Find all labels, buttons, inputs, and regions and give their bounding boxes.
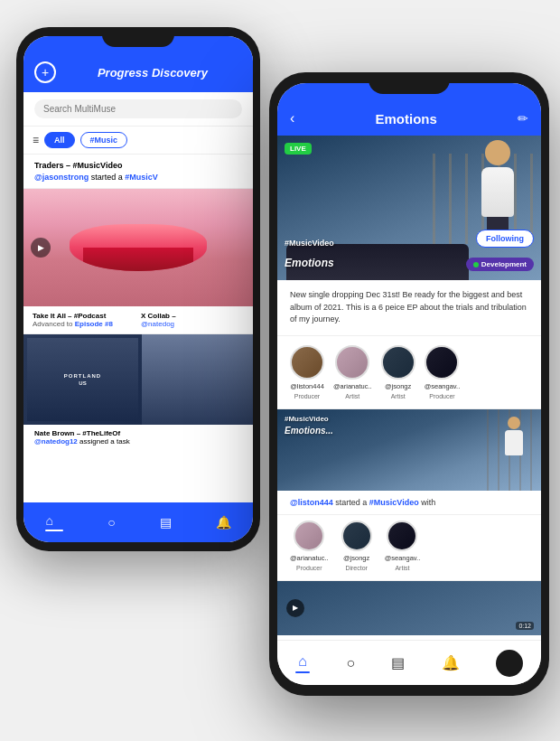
- episode-link[interactable]: Episode #8: [75, 320, 113, 328]
- collab-role-3: Artist: [391, 393, 406, 399]
- search-input[interactable]: [34, 99, 242, 118]
- preview-emotions: Emotions...: [285, 426, 333, 436]
- nav-bell[interactable]: 🔔: [216, 515, 231, 530]
- sc-avatar-2: [341, 521, 372, 551]
- collab-item-4: @seangav.. Producer: [425, 345, 461, 399]
- fnav-inbox[interactable]: ▤: [391, 654, 405, 671]
- caption-item: Nate Brown – #TheLifeOf @natedog12 assig…: [23, 425, 253, 450]
- front-notch: [369, 72, 450, 94]
- search-icon: ○: [346, 655, 355, 671]
- collab-item-2: @arianatuc.. Artist: [333, 345, 372, 399]
- person-figure: [481, 140, 514, 244]
- sc-item-2: @jsongz Director: [341, 521, 372, 571]
- pod2-user[interactable]: @natedog: [141, 320, 244, 328]
- edit-button[interactable]: ✏: [518, 111, 528, 126]
- caption-title: Nate Brown – #TheLifeOf: [34, 429, 120, 437]
- fnav-bell[interactable]: 🔔: [442, 654, 460, 671]
- play-button[interactable]: ▶: [31, 238, 51, 258]
- caption-action: assigned a task: [79, 437, 130, 446]
- hero-emotions-text: Emotions: [285, 257, 334, 269]
- pod2-title: X Collab –: [141, 312, 244, 320]
- started-collab-list: @arianatuc.. Producer @jsongz Director @…: [277, 515, 541, 581]
- hero-image-outdoor: PORTLAND US: [23, 334, 253, 425]
- person-head: [485, 140, 510, 165]
- person-body: [481, 167, 514, 217]
- hero-hashtag: #MusicVideo: [285, 239, 334, 248]
- activity-user[interactable]: @jasonstrong: [34, 173, 89, 182]
- pod1-title: Take It All – #Podcast: [33, 312, 135, 320]
- sc-role-1: Producer: [296, 565, 322, 571]
- live-badge: LIVE: [285, 143, 312, 155]
- bell-icon: 🔔: [442, 654, 460, 671]
- collab-item-1: @liston444 Producer: [290, 345, 324, 399]
- collab-role-2: Artist: [345, 393, 359, 399]
- activity-action-text: started a: [335, 498, 369, 507]
- sc-avatar-3: [387, 521, 417, 551]
- sc-role-2: Director: [345, 565, 368, 571]
- sc-name-3[interactable]: @seangav..: [385, 554, 421, 562]
- pod1-sub: Advanced to Episode #8: [33, 320, 135, 328]
- collab-role-4: Producer: [429, 393, 454, 399]
- add-button[interactable]: +: [34, 61, 56, 83]
- collab-name-1[interactable]: @liston444: [290, 382, 324, 390]
- back-screen: + Progress Discovery ≡ All #Music Trader…: [23, 36, 253, 542]
- sc-name-1[interactable]: @arianatuc..: [290, 554, 329, 562]
- plus-icon: +: [42, 65, 49, 80]
- home-icon: ⌂: [298, 653, 307, 670]
- sc-avatar-1: [294, 521, 324, 551]
- sc-item-1: @arianatuc.. Producer: [290, 521, 329, 571]
- image-portland: PORTLAND US: [23, 334, 142, 425]
- front-hero: LIVE #MusicVideo Emotions Following Deve…: [277, 136, 541, 280]
- nav-home[interactable]: ⌂: [45, 513, 63, 531]
- inbox-icon: ▤: [391, 654, 405, 671]
- podcast-item-1: Take It All – #Podcast Advanced to Episo…: [33, 312, 135, 328]
- back-search-bar: [23, 92, 253, 127]
- chip-all[interactable]: All: [44, 132, 75, 148]
- activity-with: with: [421, 498, 435, 507]
- front-title: Emotions: [375, 111, 436, 127]
- fnav-home[interactable]: ⌂: [295, 653, 310, 673]
- user-avatar-nav: [496, 650, 523, 677]
- collab-role-1: Producer: [294, 393, 320, 399]
- collab-name-2[interactable]: @arianatuc..: [333, 382, 372, 390]
- front-nav-bar: ⌂ ○ ▤ 🔔: [277, 640, 541, 685]
- video-play-button[interactable]: ▶: [286, 599, 304, 617]
- following-button[interactable]: Following: [476, 230, 534, 248]
- preview-hashtag: #MusicVideo: [285, 415, 329, 423]
- collab-avatar-4: [425, 345, 459, 380]
- nav-search[interactable]: ○: [107, 515, 115, 530]
- back-button[interactable]: ‹: [290, 110, 294, 127]
- activity-tag-link[interactable]: #MusicVideo: [369, 498, 419, 507]
- collab-avatar-3: [381, 345, 415, 380]
- back-notch: [102, 27, 174, 47]
- sc-role-3: Artist: [395, 565, 409, 571]
- activity-user-link[interactable]: @liston444: [290, 498, 333, 507]
- collab-avatar-1: [290, 345, 324, 380]
- activity-action: started a: [91, 173, 126, 182]
- collab-name-3[interactable]: @jsongz: [385, 382, 411, 390]
- video-thumbnail: ▶ 0:12: [277, 581, 541, 635]
- preview-image: #MusicVideo Emotions...: [277, 409, 541, 491]
- fnav-search[interactable]: ○: [346, 655, 355, 671]
- image-outdoor2: [142, 334, 253, 425]
- activity-item-1: Traders – #MusicVideo @jasonstrong start…: [23, 155, 253, 189]
- activity-title: Traders – #MusicVideo: [34, 161, 122, 170]
- lips-background: [23, 189, 253, 306]
- caption-user[interactable]: @natedog12: [34, 437, 78, 446]
- nav-inbox[interactable]: ▤: [160, 515, 172, 530]
- collab-avatar-2: [335, 345, 369, 380]
- dev-label: Development: [481, 260, 527, 268]
- nav-active-indicator: [295, 671, 310, 673]
- dev-dot: [473, 262, 479, 267]
- hero-image-lips: ▶: [23, 189, 253, 306]
- chip-music[interactable]: #Music: [80, 132, 128, 148]
- podcast-item-2: X Collab – @natedog: [141, 312, 244, 328]
- activity-tag[interactable]: #MusicV: [125, 173, 158, 182]
- video-duration: 0:12: [516, 622, 534, 630]
- description-text: New single dropping Dec 31st! Be ready f…: [277, 280, 541, 336]
- podcast-list: Take It All – #Podcast Advanced to Episo…: [23, 306, 253, 334]
- sc-name-2[interactable]: @jsongz: [343, 554, 369, 562]
- back-nav-bar: ⌂ ○ ▤ 🔔: [23, 502, 253, 542]
- fnav-avatar[interactable]: [496, 650, 523, 677]
- collab-name-4[interactable]: @seangav..: [425, 382, 461, 390]
